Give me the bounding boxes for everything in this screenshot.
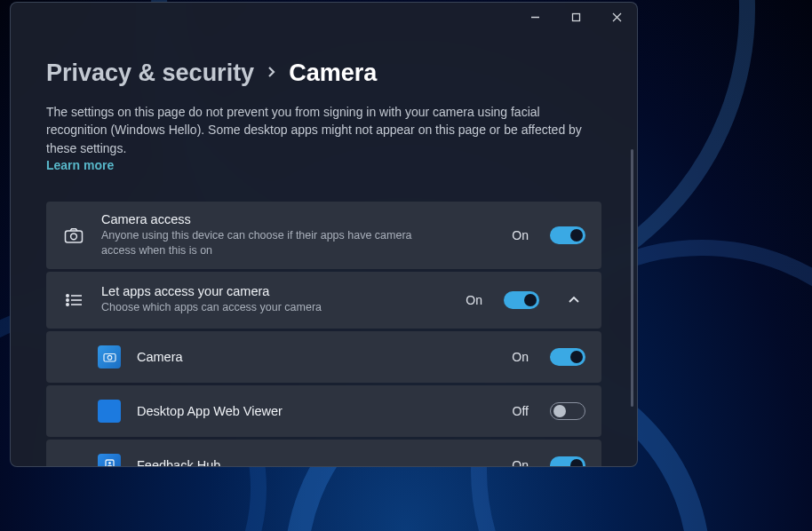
app-icon-generic xyxy=(98,400,121,423)
svg-point-6 xyxy=(67,294,68,296)
content-area: Privacy & security Camera The settings o… xyxy=(11,38,637,466)
chevron-up-icon[interactable] xyxy=(568,292,585,308)
let-apps-title: Let apps access your camera xyxy=(101,284,450,298)
close-button[interactable] xyxy=(596,3,637,31)
svg-rect-4 xyxy=(66,231,83,242)
camera-access-title: Camera access xyxy=(101,212,496,226)
camera-access-state: On xyxy=(512,228,529,242)
app-row-camera[interactable]: Camera On xyxy=(46,331,601,383)
app-row-feedback-hub[interactable]: Feedback Hub On xyxy=(46,440,601,466)
app-state: Off xyxy=(513,404,529,418)
app-name: Camera xyxy=(137,350,496,364)
titlebar xyxy=(11,3,637,38)
svg-point-10 xyxy=(67,303,68,305)
app-toggle-desktop-web-viewer[interactable] xyxy=(550,402,585,420)
app-state: On xyxy=(512,350,529,364)
chevron-right-icon xyxy=(267,65,276,83)
breadcrumb-parent[interactable]: Privacy & security xyxy=(46,59,254,87)
let-apps-state: On xyxy=(466,293,482,307)
maximize-button[interactable] xyxy=(555,3,596,31)
learn-more-link[interactable]: Learn more xyxy=(46,158,114,172)
camera-access-subtitle: Anyone using this device can choose if t… xyxy=(101,228,439,258)
let-apps-row[interactable]: Let apps access your camera Choose which… xyxy=(46,272,601,329)
app-toggle-camera[interactable] xyxy=(550,348,585,366)
camera-access-toggle[interactable] xyxy=(550,226,585,244)
camera-access-row[interactable]: Camera access Anyone using this device c… xyxy=(46,202,601,269)
svg-point-5 xyxy=(71,234,77,240)
app-name: Desktop App Web Viewer xyxy=(137,404,497,418)
app-icon-camera xyxy=(98,345,121,369)
svg-rect-1 xyxy=(572,13,579,20)
breadcrumb: Privacy & security Camera xyxy=(46,59,601,87)
app-state: On xyxy=(512,458,529,466)
svg-point-13 xyxy=(107,355,112,360)
camera-icon xyxy=(62,227,85,243)
svg-point-8 xyxy=(67,298,68,300)
app-icon-feedback xyxy=(98,454,121,466)
svg-rect-12 xyxy=(104,353,115,361)
list-icon xyxy=(62,293,85,307)
svg-point-15 xyxy=(108,462,111,464)
settings-window: Privacy & security Camera The settings o… xyxy=(10,2,638,467)
let-apps-subtitle: Choose which apps can access your camera xyxy=(101,300,439,315)
app-name: Feedback Hub xyxy=(137,458,496,466)
scrollbar-indicator[interactable] xyxy=(631,149,633,407)
page-description: The settings on this page do not prevent… xyxy=(46,103,601,157)
let-apps-toggle[interactable] xyxy=(504,291,539,309)
minimize-button[interactable] xyxy=(514,3,555,31)
app-row-desktop-web-viewer[interactable]: Desktop App Web Viewer Off xyxy=(46,385,601,437)
app-toggle-feedback-hub[interactable] xyxy=(550,456,585,466)
breadcrumb-current: Camera xyxy=(289,59,377,87)
settings-panel: Camera access Anyone using this device c… xyxy=(46,202,601,466)
